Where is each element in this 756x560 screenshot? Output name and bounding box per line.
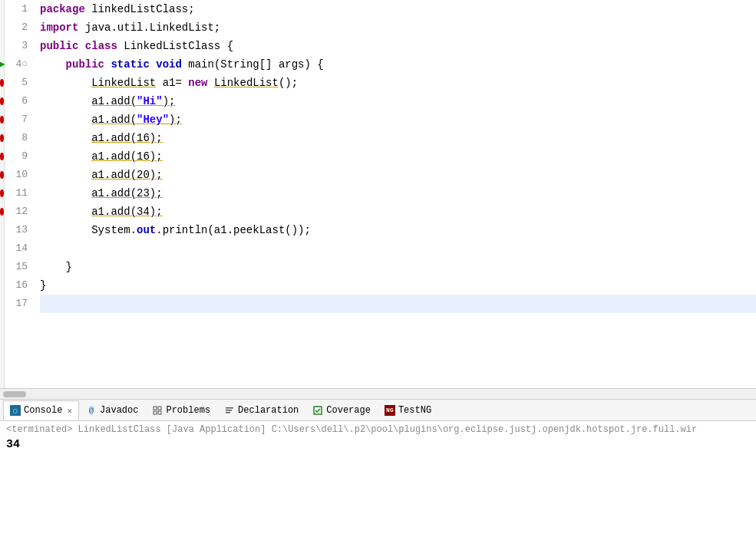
tab-javadoc-label: Javadoc — [100, 405, 138, 416]
ln-12: 12 — [8, 203, 28, 221]
line-numbers: 1 2 3 4○ 5 6 7 8 9 10 11 12 13 14 15 16 … — [5, 0, 34, 388]
testng-icon: NG — [385, 405, 395, 416]
declaration-icon — [224, 405, 235, 416]
ln-4: 4○ — [8, 55, 28, 74]
svg-rect-3 — [158, 411, 161, 414]
code-line-7: a1.add("Hey"); — [40, 110, 756, 129]
code-area[interactable]: package linkedListClass; import java.uti… — [34, 0, 756, 388]
javadoc-icon: @ — [86, 405, 97, 416]
console-close-icon[interactable]: ✕ — [67, 406, 72, 416]
tab-declaration[interactable]: Declaration — [217, 400, 305, 420]
ln-17: 17 — [8, 295, 28, 313]
ln-10: 10 — [8, 166, 28, 184]
svg-rect-1 — [158, 407, 161, 410]
margin-7 — [0, 110, 4, 129]
code-line-4: public static void main(String[] args) { — [40, 55, 756, 74]
svg-rect-5 — [226, 410, 232, 411]
margin-5 — [0, 74, 4, 92]
margin-3 — [0, 37, 4, 55]
ln-6: 6 — [8, 92, 28, 110]
margin-9 — [0, 147, 4, 166]
console-output: 34 — [6, 438, 750, 451]
tab-bar: ▢ Console ✕ @ Javadoc Problems Declarati… — [0, 400, 756, 421]
console-terminated-text: <terminated> LinkedListClass [Java Appli… — [6, 424, 750, 435]
code-line-6: a1.add("Hi"); — [40, 92, 756, 110]
margin-1 — [0, 0, 4, 18]
code-line-12: a1.add(34); — [40, 203, 756, 221]
code-line-11: a1.add(23); — [40, 184, 756, 203]
bottom-panel: ▢ Console ✕ @ Javadoc Problems Declarati… — [0, 399, 756, 560]
tab-javadoc[interactable]: @ Javadoc — [79, 400, 145, 420]
ln-15: 15 — [8, 258, 28, 276]
margin-6 — [0, 92, 4, 110]
margin-10 — [0, 166, 4, 184]
margin-11 — [0, 184, 4, 203]
code-line-13: System.out.println(a1.peekLast()); — [40, 221, 756, 239]
margin-2 — [0, 18, 4, 37]
svg-rect-6 — [226, 412, 230, 413]
horizontal-scrollbar[interactable] — [0, 388, 756, 399]
tab-problems[interactable]: Problems — [145, 400, 217, 420]
tab-testng-label: TestNG — [398, 405, 431, 416]
tab-coverage[interactable]: Coverage — [305, 400, 378, 420]
console-content: <terminated> LinkedListClass [Java Appli… — [0, 421, 756, 560]
tab-console-label: Console — [24, 405, 62, 416]
problems-icon — [152, 405, 163, 416]
editor-area[interactable]: ► — [0, 0, 756, 399]
ln-13: 13 — [8, 221, 28, 239]
ln-3: 3 — [8, 37, 28, 55]
code-line-15: } — [40, 258, 756, 276]
ln-11: 11 — [8, 184, 28, 203]
ln-14: 14 — [8, 239, 28, 258]
ln-1: 1 — [8, 0, 28, 18]
svg-rect-4 — [226, 407, 233, 409]
code-line-5: LinkedList a1= new LinkedList(); — [40, 74, 756, 92]
svg-rect-0 — [154, 407, 157, 410]
code-line-2: import java.util.LinkedList; — [40, 18, 756, 37]
code-line-9: a1.add(16); — [40, 147, 756, 166]
ln-8: 8 — [8, 129, 28, 147]
code-line-16: } — [40, 276, 756, 295]
code-line-3: public class LinkedListClass { — [40, 37, 756, 55]
code-line-8: a1.add(16); — [40, 129, 756, 147]
ln-5: 5 — [8, 74, 28, 92]
code-line-17 — [40, 295, 756, 313]
margin-12 — [0, 203, 4, 221]
tab-coverage-label: Coverage — [326, 405, 371, 416]
code-line-1: package linkedListClass; — [40, 0, 756, 18]
tab-declaration-label: Declaration — [238, 405, 299, 416]
tab-problems-label: Problems — [166, 405, 210, 416]
code-line-10: a1.add(20); — [40, 166, 756, 184]
ln-2: 2 — [8, 18, 28, 37]
tab-testng[interactable]: NG TestNG — [378, 400, 438, 420]
console-icon: ▢ — [10, 405, 21, 416]
ln-9: 9 — [8, 147, 28, 166]
svg-rect-2 — [154, 411, 157, 414]
ln-7: 7 — [8, 110, 28, 129]
code-line-14 — [40, 239, 756, 258]
margin-8 — [0, 129, 4, 147]
scrollbar-thumb[interactable] — [3, 391, 26, 397]
coverage-icon — [312, 405, 323, 416]
tab-console[interactable]: ▢ Console ✕ — [3, 400, 79, 420]
ln-16: 16 — [8, 276, 28, 295]
margin-4: ► — [0, 55, 4, 74]
